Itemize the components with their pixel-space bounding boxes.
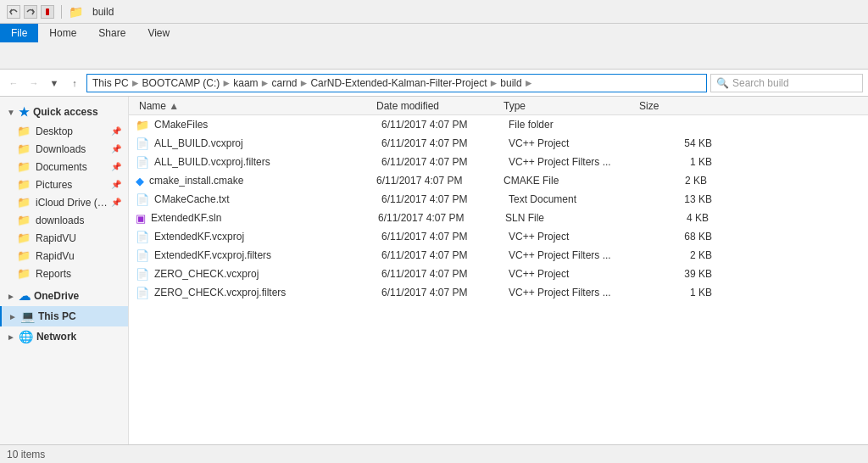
file-name: ZERO_CHECK.vcxproj bbox=[154, 268, 381, 280]
up-button[interactable]: ↑ bbox=[66, 75, 83, 92]
separator bbox=[61, 5, 62, 19]
table-row[interactable]: 📄 ExtendedKF.vcxproj.filters 6/11/2017 4… bbox=[129, 246, 868, 265]
sidebar-item-rapidvu2-label: RapidVu bbox=[36, 250, 75, 262]
file-type: Text Document bbox=[509, 193, 644, 205]
sidebar-item-pictures[interactable]: 📁 Pictures 📌 bbox=[0, 176, 128, 193]
file-icon: 📄 bbox=[136, 137, 149, 150]
col-header-name[interactable]: Name ▲ bbox=[136, 100, 373, 112]
sidebar-section-thispc[interactable]: ► 💻 This PC bbox=[0, 306, 128, 326]
sidebar-item-downloads2[interactable]: 📁 downloads bbox=[0, 211, 128, 229]
file-name: CMakeCache.txt bbox=[154, 193, 381, 205]
search-box[interactable]: 🔍 Search build bbox=[710, 74, 863, 92]
sidebar-item-reports-label: Reports bbox=[36, 268, 71, 280]
folder-icon: 📁 bbox=[17, 267, 31, 280]
file-icon: 📄 bbox=[136, 268, 149, 281]
path-kaam[interactable]: kaam bbox=[233, 77, 258, 89]
file-date: 6/11/2017 4:07 PM bbox=[381, 119, 509, 131]
tab-share[interactable]: Share bbox=[87, 24, 136, 42]
path-build[interactable]: build bbox=[500, 77, 521, 89]
file-type: VC++ Project Filters ... bbox=[509, 249, 644, 261]
network-icon: 🌐 bbox=[19, 330, 33, 343]
table-row[interactable]: 📄 ALL_BUILD.vcxproj 6/11/2017 4:07 PM VC… bbox=[129, 134, 868, 153]
path-carnd[interactable]: carnd bbox=[271, 77, 297, 89]
file-size: 2 KB bbox=[639, 175, 707, 187]
pin-icon: 📌 bbox=[111, 126, 121, 136]
sidebar-item-desktop[interactable]: 📁 Desktop 📌 bbox=[0, 122, 128, 140]
tab-home[interactable]: Home bbox=[38, 24, 87, 42]
path-bootcamp[interactable]: BOOTCAMP (C:) bbox=[142, 77, 220, 89]
table-row[interactable]: 📄 ZERO_CHECK.vcxproj 6/11/2017 4:07 PM V… bbox=[129, 265, 868, 283]
file-date: 6/11/2017 4:07 PM bbox=[381, 137, 509, 149]
table-row[interactable]: ◆ cmake_install.cmake 6/11/2017 4:07 PM … bbox=[129, 171, 868, 190]
redo-icon[interactable] bbox=[24, 5, 37, 19]
status-bar: 10 items bbox=[0, 444, 868, 463]
sidebar-section-onedrive[interactable]: ► ☁ OneDrive bbox=[0, 286, 128, 306]
folder-icon: 📁 bbox=[17, 160, 31, 173]
sidebar-item-documents[interactable]: 📁 Documents 📌 bbox=[0, 158, 128, 176]
table-row[interactable]: 📄 ALL_BUILD.vcxproj.filters 6/11/2017 4:… bbox=[129, 153, 868, 171]
file-type: File folder bbox=[509, 119, 644, 131]
file-name: ALL_BUILD.vcxproj bbox=[154, 137, 381, 149]
file-date: 6/11/2017 4:07 PM bbox=[381, 193, 509, 205]
file-type: VC++ Project bbox=[509, 137, 644, 149]
col-header-size[interactable]: Size bbox=[636, 100, 704, 112]
pin-icon: 📌 bbox=[111, 198, 121, 207]
table-row[interactable]: 📁 CMakeFiles 6/11/2017 4:07 PM File fold… bbox=[129, 115, 868, 134]
undo-icon[interactable] bbox=[7, 5, 20, 19]
file-name: ExtendedKF.vcxproj.filters bbox=[154, 249, 381, 261]
address-path[interactable]: This PC ► BOOTCAMP (C:) ► kaam ► carnd ►… bbox=[86, 74, 707, 92]
forward-button[interactable]: → bbox=[25, 75, 42, 92]
sidebar-section-network[interactable]: ► 🌐 Network bbox=[0, 326, 128, 347]
folder-icon: 📁 bbox=[17, 249, 31, 262]
folder-icon: 📁 bbox=[17, 178, 31, 191]
sidebar-item-rapidvu1[interactable]: 📁 RapidVU bbox=[0, 229, 128, 247]
tab-file[interactable]: File bbox=[0, 24, 38, 42]
sidebar-item-documents-label: Documents bbox=[36, 161, 87, 173]
pin-icon: 📌 bbox=[111, 144, 121, 153]
file-size: 1 KB bbox=[644, 287, 712, 298]
folder-icon: 📁 bbox=[136, 119, 149, 131]
onedrive-icon: ☁ bbox=[19, 289, 31, 303]
folder-icon[interactable]: 📁 bbox=[69, 5, 82, 19]
file-date: 6/11/2017 4:07 PM bbox=[381, 249, 509, 261]
table-row[interactable]: 📄 CMakeCache.txt 6/11/2017 4:07 PM Text … bbox=[129, 190, 868, 209]
sidebar-item-rapidvu1-label: RapidVU bbox=[36, 232, 76, 244]
file-name: ExtendedKF.vcxproj bbox=[154, 231, 381, 243]
address-bar: ← → ▼ ↑ This PC ► BOOTCAMP (C:) ► kaam ►… bbox=[0, 70, 868, 97]
svg-rect-0 bbox=[46, 8, 49, 15]
sidebar-item-desktop-label: Desktop bbox=[36, 126, 73, 137]
path-this-pc[interactable]: This PC bbox=[92, 77, 129, 89]
sidebar-item-downloads-label: Downloads bbox=[36, 143, 86, 155]
file-icon: 📄 bbox=[136, 231, 149, 243]
file-size: 13 KB bbox=[644, 193, 712, 205]
chevron-icon: ► bbox=[7, 332, 15, 342]
file-size: 2 KB bbox=[644, 249, 712, 261]
tab-view[interactable]: View bbox=[136, 24, 181, 42]
sidebar-section-quick-access[interactable]: ▼ ★ Quick access bbox=[0, 102, 128, 122]
folder-icon: 📁 bbox=[17, 232, 31, 244]
table-row[interactable]: 📄 ZERO_CHECK.vcxproj.filters 6/11/2017 4… bbox=[129, 283, 868, 302]
sidebar-item-icloud[interactable]: 📁 iCloud Drive (Ma 📌 bbox=[0, 193, 128, 211]
sidebar-item-rapidvu2[interactable]: 📁 RapidVu bbox=[0, 247, 128, 265]
table-row[interactable]: ▣ ExtendedKF.sln 6/11/2017 4:07 PM SLN F… bbox=[129, 209, 868, 227]
table-row[interactable]: 📄 ExtendedKF.vcxproj 6/11/2017 4:07 PM V… bbox=[129, 227, 868, 246]
file-date: 6/11/2017 4:07 PM bbox=[381, 156, 509, 168]
col-header-type[interactable]: Type bbox=[500, 100, 636, 112]
app-window: 📁 build File Home Share View ← → ▼ ↑ Thi… bbox=[0, 0, 868, 463]
recent-locations-button[interactable]: ▼ bbox=[46, 75, 63, 92]
pin-icon[interactable] bbox=[41, 5, 54, 19]
sort-arrow: ▲ bbox=[169, 100, 179, 112]
file-type: VC++ Project bbox=[509, 231, 644, 243]
path-project[interactable]: CarND-Extended-Kalman-Filter-Project bbox=[310, 77, 487, 89]
file-type: SLN File bbox=[505, 212, 641, 224]
file-date: 6/11/2017 4:07 PM bbox=[376, 175, 504, 187]
sidebar-item-downloads2-label: downloads bbox=[36, 215, 84, 226]
file-name: ALL_BUILD.vcxproj.filters bbox=[154, 156, 381, 168]
sidebar-item-reports[interactable]: 📁 Reports bbox=[0, 265, 128, 282]
sidebar-item-downloads[interactable]: 📁 Downloads 📌 bbox=[0, 140, 128, 158]
status-text: 10 items bbox=[7, 449, 45, 460]
back-button[interactable]: ← bbox=[5, 75, 22, 92]
col-header-date[interactable]: Date modified bbox=[373, 100, 500, 112]
onedrive-label: OneDrive bbox=[34, 290, 79, 302]
title-text: build bbox=[92, 6, 114, 18]
